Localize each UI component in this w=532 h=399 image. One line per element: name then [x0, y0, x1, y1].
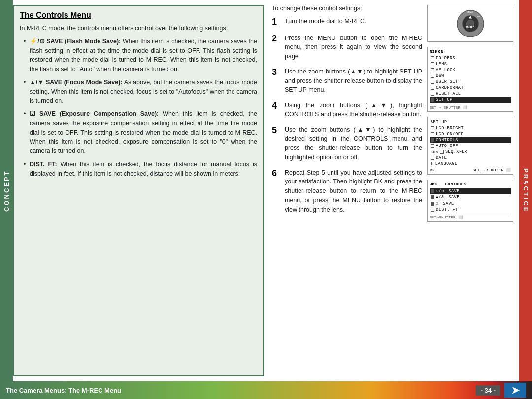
checkbox-icon: [431, 56, 434, 60]
menu-row: AE LOCK: [430, 67, 511, 73]
svg-text:PLAY: PLAY: [467, 11, 473, 14]
menu-item-text: SET UP: [431, 120, 447, 125]
set-shutter-label: SET → SHUTTER ⬜: [473, 168, 511, 172]
step-number-1: 1: [272, 17, 283, 28]
menu-item-text: LCD BRIGHT: [436, 126, 464, 131]
list-item: DIST. FT: When this item is checked, the…: [24, 160, 257, 179]
right-panel: To change these control settings: 1 Turn…: [268, 0, 519, 381]
menu-row-highlighted: ⚡/⊙ SAVE: [430, 188, 511, 194]
menu-item-text: CARDFORMAT: [436, 85, 464, 90]
menu-item-text: FOLDERS: [436, 56, 455, 61]
menu-item-text: SAVE: [446, 195, 460, 200]
controls-settings-diagram: JBK CONTROLS ⚡/⊙ SAVE ▲/& SAVE ☑: [427, 180, 513, 222]
step-number-6: 6: [272, 168, 283, 179]
menu-row: DIST. FT: [430, 207, 511, 213]
left-intro: In M-REC mode, the controls menu offers …: [20, 24, 257, 33]
svg-text:M·REC: M·REC: [466, 26, 474, 29]
step-number-2: 2: [272, 34, 283, 44]
concept-label: CONCEPT: [0, 0, 13, 381]
item-label: DIST. FT:: [30, 161, 57, 168]
bottom-bar-title: The Camera Menus: The M-REC Menu: [6, 387, 121, 394]
checkbox-icon: [431, 156, 434, 160]
item-label: ⚡/⊙ SAVE (Flash Mode Save):: [30, 38, 121, 45]
checkbox-icon: [431, 189, 434, 193]
step-5: 5 Use the zoom buttons (▲▼) to highlight…: [272, 125, 422, 162]
svg-text:OFF: OFF: [477, 15, 480, 17]
menu-row: E LANGUAGE: [430, 161, 511, 167]
menu-row: FOLDERS: [430, 55, 511, 61]
menu-item-icon: ⚡/⊙: [436, 188, 444, 194]
menu-row: ☑ SAVE: [430, 200, 511, 207]
menu-item-text: SET UP: [436, 97, 453, 102]
settings-list: ⚡/⊙ SAVE (Flash Mode Save): When this it…: [20, 37, 257, 179]
step-3: 3 Use the zoom buttons (▲▼) to highlight…: [272, 67, 422, 95]
menu-item-text: AUTO OFF: [436, 144, 458, 148]
checkbox-icon: [431, 138, 434, 142]
menu-row-highlighted: SET UP: [430, 97, 511, 103]
checkbox-icon: [431, 144, 434, 148]
menu-item-text: DATE: [436, 155, 447, 160]
item-label: ☑ SAVE (Exposure Compensation Save):: [30, 110, 159, 117]
checkbox-icon: [431, 195, 434, 199]
menu-item-text: SAVE: [446, 189, 460, 194]
checkbox-icon: [431, 86, 434, 90]
item-text: When this item is checked, the focus dis…: [30, 161, 257, 177]
steps-column: To change these control settings: 1 Turn…: [272, 5, 422, 376]
checkbox-icon: [431, 208, 434, 212]
menu-row: ▲/& SAVE: [430, 194, 511, 200]
checkbox-icon: [431, 68, 434, 72]
step-1: 1 Turn the mode dial to M-REC.: [272, 17, 422, 28]
bk-label: BK: [430, 168, 434, 172]
menu-item-text: SAVE: [440, 201, 454, 206]
step-number-5: 5: [272, 125, 283, 136]
menu-row: LENS: [430, 61, 511, 67]
list-item: ⚡/⊙ SAVE (Flash Mode Save): When this it…: [24, 37, 257, 74]
checkbox-icon: [431, 98, 434, 102]
bottom-bar: The Camera Menus: The M-REC Menu - 34 - …: [0, 381, 532, 399]
checkbox-icon: [431, 74, 434, 78]
menu-item-text: SEQ.XFER: [445, 149, 467, 154]
step-number-3: 3: [272, 67, 283, 78]
step-text-5: Use the zoom buttons (▲▼) to highlight t…: [285, 125, 422, 162]
step-number-4: 4: [272, 101, 283, 111]
mode-dial-diagram: PLAY OFF M·REC: [427, 5, 513, 42]
checkbox-icon: [431, 80, 434, 84]
images-column: PLAY OFF M·REC NIKON FOLDERS: [427, 5, 513, 376]
menu-header-1: NIKON: [430, 49, 511, 54]
step-text-4: Using the zoom buttons (▲▼), highlight C…: [285, 101, 422, 119]
menu-row: AUTO OFF: [430, 143, 511, 149]
page-number: - 34 -: [476, 385, 500, 396]
next-page-button[interactable]: ➤: [504, 383, 526, 398]
menu-item-text: AE LOCK: [436, 68, 455, 73]
e-label: E: [431, 162, 433, 166]
menu-row: LCD ON/OFF: [430, 131, 511, 137]
list-item: ☑ SAVE (Exposure Compensation Save): Whe…: [24, 109, 257, 156]
page-title: The Controls Menu: [20, 11, 257, 20]
menu-row: DATE: [430, 155, 511, 161]
menu-row: USER SET: [430, 79, 511, 85]
left-panel: The Controls Menu In M-REC mode, the con…: [13, 5, 264, 376]
menu-item-text: LENS: [436, 62, 447, 67]
step-text-6: Repeat Step 5 until you have adjusted se…: [285, 168, 422, 215]
controls-header: JBK CONTROLS: [430, 182, 511, 186]
menu-item-icon: ▲/&: [436, 195, 444, 200]
setup-menu-diagram: NIKON FOLDERS LENS AE LOCK: [427, 47, 513, 112]
menu-row: 30s SEQ.XFER: [430, 149, 511, 155]
menu-footer-3: SET→SHUTTER ⬜: [430, 214, 511, 219]
menu-item-text: USER SET: [436, 79, 458, 84]
menu-item-text: B&W: [436, 73, 444, 78]
step-text-1: Turn the mode dial to M-REC.: [285, 17, 366, 26]
checkbox-icon: [431, 62, 434, 66]
time-label: 30s: [431, 150, 438, 154]
menu-item-text: CONTROLS: [436, 138, 458, 143]
controls-menu-diagram: SET UP LCD BRIGHT LCD ON/OFF CONTROLS: [427, 117, 513, 175]
step-text-3: Use the zoom buttons (▲▼) to highlight S…: [285, 67, 422, 95]
menu-item-icon: ☑: [436, 201, 439, 206]
content-area: CONCEPT The Controls Menu In M-REC mode,…: [0, 0, 532, 381]
checkbox-icon: [431, 132, 434, 136]
steps-intro: To change these control settings:: [272, 5, 422, 12]
menu-row: RESET ALL: [430, 91, 511, 97]
menu-item-text: LCD ON/OFF: [436, 132, 464, 137]
checkbox-icon: [431, 202, 434, 206]
checkbox-icon: [440, 150, 444, 154]
